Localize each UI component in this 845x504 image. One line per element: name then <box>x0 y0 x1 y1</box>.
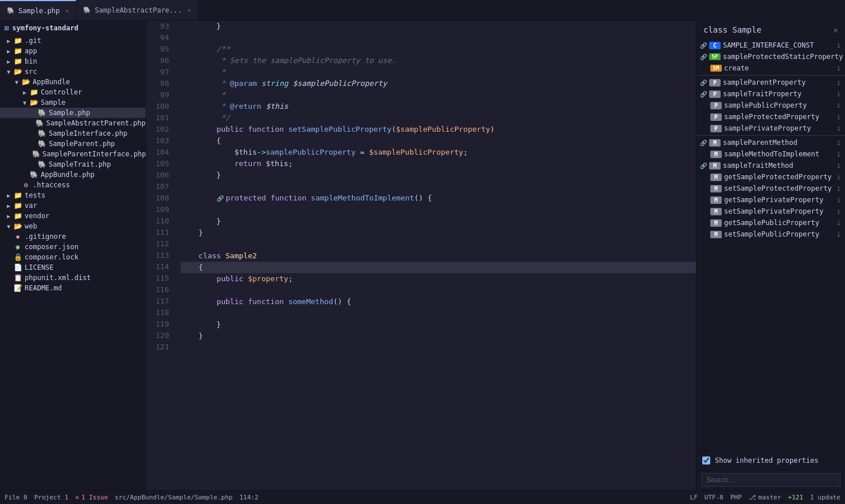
sidebar-item-git[interactable]: ▶ 📁 .git <box>0 36 146 46</box>
sidebar-item-app[interactable]: ▶ 📁 app <box>0 46 146 56</box>
arrow-icon-tests: ▶ <box>5 192 13 199</box>
info-sm[interactable]: i <box>837 65 840 72</box>
info-gpriv[interactable]: i <box>837 197 840 203</box>
code-line-100: * @return $this <box>181 101 696 112</box>
info-tm[interactable]: i <box>837 163 840 169</box>
info-pm[interactable]: i <box>837 140 840 146</box>
status-file-count[interactable]: File 0 <box>5 494 28 501</box>
struct-item-parent-prop[interactable]: 🔗 P sampleParentProperty i <box>697 77 845 88</box>
code-line-96: * Sets the samplePublicProperty to use. <box>181 55 696 66</box>
info-pp[interactable]: i <box>837 80 840 86</box>
struct-item-set-pub[interactable]: M setSamplePublicProperty i <box>697 229 845 240</box>
sidebar-item-controller[interactable]: ▶ 📁 Controller <box>0 87 146 97</box>
status-filepath[interactable]: src/AppBundle/Sample/Sample.php <box>115 494 232 501</box>
info-gpub[interactable]: i <box>837 220 840 226</box>
struct-item-trait-method[interactable]: 🔗 M sampleTraitMethod i <box>697 160 845 171</box>
status-issues[interactable]: ✕ 1 Issue <box>75 494 108 501</box>
code-line-108: 🔗protected function sampleMethodToImplem… <box>181 192 696 204</box>
struct-item-get-pub[interactable]: M getSamplePublicProperty i <box>697 217 845 229</box>
info-privp[interactable]: i <box>837 125 840 132</box>
struct-item-sm[interactable]: SM create i <box>697 62 845 74</box>
info-ssp[interactable]: i <box>837 186 840 192</box>
xml-icon-phpunit: 📋 <box>13 274 23 282</box>
struct-item-prot-prop[interactable]: P sampleProtectedProperty i <box>697 111 845 123</box>
struct-item-get-prot[interactable]: M getSampleProtectedProperty i <box>697 171 845 183</box>
tab-sample-php[interactable]: 🐘 Sample.php ✕ <box>0 0 76 20</box>
status-cursor[interactable]: 114:2 <box>240 494 259 501</box>
sidebar-item-htaccess[interactable]: ▶ ⚙ .htaccess <box>0 180 146 190</box>
right-panel-close[interactable]: ✕ <box>834 25 838 34</box>
sidebar-item-sample-abstract-php[interactable]: ▶ 🐘 SampleAbstractParent.php <box>0 118 146 128</box>
badge-pp: P <box>709 79 721 86</box>
struct-link-pm: 🔗 <box>700 140 707 146</box>
struct-item-get-priv[interactable]: M getSamplePrivateProperty i <box>697 194 845 206</box>
sidebar-item-tests[interactable]: ▶ 📁 tests <box>0 190 146 200</box>
sidebar-item-appbundle[interactable]: ▼ 📂 AppBundle <box>0 77 146 87</box>
info-const[interactable]: i <box>837 42 840 49</box>
info-pubp[interactable]: i <box>837 103 840 109</box>
sidebar-item-sample-php[interactable]: ▶ 🐘 Sample.php <box>0 108 146 118</box>
sidebar-item-sample-parent-php[interactable]: ▶ 🐘 SampleParent.php <box>0 139 146 149</box>
status-project-count[interactable]: Project 1 <box>34 494 69 501</box>
sidebar-item-license[interactable]: ▶ 📄 LICENSE <box>0 262 146 273</box>
code-line-121 <box>181 342 696 353</box>
sidebar-item-vendor[interactable]: ▶ 📁 vendor <box>0 211 146 221</box>
sidebar-item-sample-interface-php[interactable]: ▶ 🐘 SampleInterface.php <box>0 128 146 139</box>
struct-item-const[interactable]: 🔗 C SAMPLE_INTERFACE_CONST i <box>697 40 845 51</box>
sidebar-item-web[interactable]: ▼ 📂 web <box>0 221 146 231</box>
sidebar-item-sample-folder[interactable]: ▼ 📂 Sample <box>0 97 146 108</box>
struct-item-priv-prop[interactable]: P samplePrivateProperty i <box>697 123 845 134</box>
sidebar-item-sample-trait-php[interactable]: ▶ 🐘 SampleTrait.php <box>0 159 146 170</box>
sidebar-item-sample-parent-interface-php[interactable]: ▶ 🐘 SampleParentInterface.php <box>0 149 146 159</box>
folder-icon-sample: 📂 <box>29 99 39 107</box>
badge-gpub: M <box>710 219 722 227</box>
sidebar-item-composer-json[interactable]: ▶ ◉ composer.json <box>0 242 146 252</box>
info-mi[interactable]: i <box>837 151 840 158</box>
sidebar-item-gitignore[interactable]: ▶ ◆ .gitignore <box>0 231 146 242</box>
struct-item-set-priv[interactable]: M setSamplePrivateProperty i <box>697 206 845 217</box>
structure-list: 🔗 C SAMPLE_INTERFACE_CONST i 🔗 SP sample… <box>697 40 845 451</box>
sidebar-item-composer-lock[interactable]: ▶ 🔒 composer.lock <box>0 252 146 262</box>
code-line-106: } <box>181 170 696 181</box>
struct-item-public-prop[interactable]: P samplePublicProperty i <box>697 100 845 111</box>
tab-sample-abstract[interactable]: 🐘 SampleAbstractPare... ✕ <box>76 0 198 20</box>
php-icon-parent-interface: 🐘 <box>32 150 41 158</box>
tab-close-sample[interactable]: ✕ <box>65 7 69 14</box>
divider-2 <box>697 135 845 136</box>
status-line-ending[interactable]: LF <box>690 494 698 501</box>
badge-spub: M <box>710 231 722 238</box>
status-updates[interactable]: 1 update <box>810 494 840 501</box>
info-protp[interactable]: i <box>837 114 840 120</box>
arrow-icon-var: ▶ <box>5 203 13 209</box>
status-changes[interactable]: +121 <box>788 494 804 501</box>
sidebar-item-readme[interactable]: ▶ 📝 README.md <box>0 283 146 293</box>
struct-item-parent-method[interactable]: 🔗 M sampleParentMethod i <box>697 137 845 148</box>
md-icon-readme: 📝 <box>13 284 23 292</box>
code-line-120: } <box>181 330 696 342</box>
folder-icon-tests: 📁 <box>13 191 23 199</box>
info-gsp[interactable]: i <box>837 174 840 180</box>
struct-item-sp[interactable]: 🔗 SP sampleProtectedStaticProperty i <box>697 51 845 62</box>
php-icon-sample: 🐘 <box>37 109 47 117</box>
struct-item-trait-prop[interactable]: 🔗 P sampleTraitProperty i <box>697 88 845 100</box>
code-line-111: } <box>181 227 696 239</box>
info-tp[interactable]: i <box>837 91 840 97</box>
sidebar-item-var[interactable]: ▶ 📁 var <box>0 200 146 211</box>
show-inherited-checkbox[interactable] <box>702 456 710 464</box>
sidebar-item-bin[interactable]: ▶ 📁 bin <box>0 56 146 66</box>
struct-item-set-prot[interactable]: M setSampleProtectedProperty i <box>697 183 845 194</box>
status-encoding[interactable]: UTF-8 <box>705 494 723 501</box>
info-spub[interactable]: i <box>837 231 840 238</box>
json-icon-composer: ◉ <box>13 243 23 251</box>
line-numbers: 93 94 95 96 97 98 99 100 101 102 103 104… <box>146 21 176 490</box>
status-vcs[interactable]: ⎇ master <box>749 494 781 501</box>
status-language[interactable]: PHP <box>730 494 742 501</box>
tab-close-abstract[interactable]: ✕ <box>187 7 191 13</box>
struct-item-method-impl[interactable]: M sampleMethodToImplement i <box>697 148 845 160</box>
sidebar-item-phpunit-xml[interactable]: ▶ 📋 phpunit.xml.dist <box>0 273 146 283</box>
right-search-input[interactable] <box>701 473 840 487</box>
sidebar-item-appbundle-php[interactable]: ▶ 🐘 AppBundle.php <box>0 170 146 180</box>
code-container[interactable]: 93 94 95 96 97 98 99 100 101 102 103 104… <box>146 21 696 490</box>
info-spriv[interactable]: i <box>837 208 840 215</box>
sidebar-item-src[interactable]: ▼ 📂 src <box>0 66 146 77</box>
